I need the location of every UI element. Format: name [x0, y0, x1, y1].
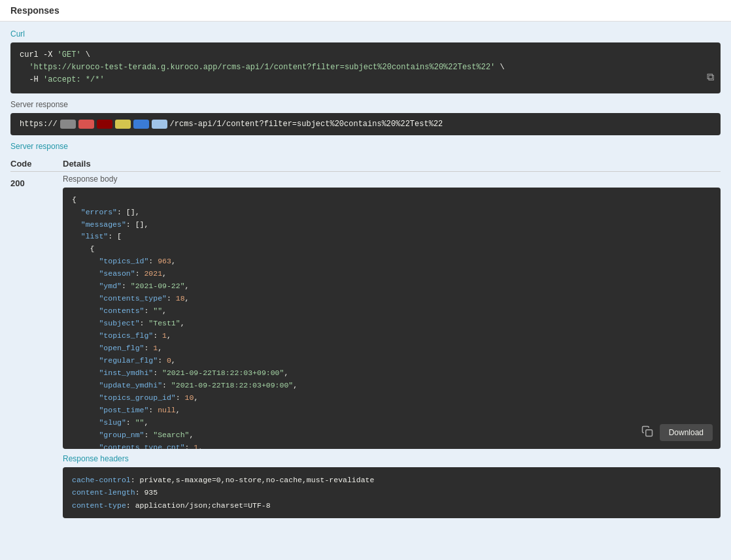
content-area: Curl curl -X 'GET' \ 'https://kuroco-tes…	[0, 22, 731, 526]
request-url-label: Server response	[10, 100, 721, 109]
response-code: 200	[10, 178, 25, 188]
body-actions: Download	[639, 424, 713, 441]
download-button[interactable]: Download	[660, 424, 713, 441]
curl-line1: curl -X 'GET' \	[20, 50, 90, 59]
svg-rect-0	[645, 429, 652, 436]
response-body-block[interactable]: { "errors": [], "messages": [], "list": …	[63, 188, 721, 449]
response-headers-block: cache-control: private,s-maxage=0,no-sto…	[63, 467, 721, 519]
url-pill-3	[97, 120, 112, 129]
response-headers-label: Response headers	[63, 454, 721, 463]
code-header: Code	[10, 159, 63, 169]
curl-line2: 'https://kuroco-test-terada.g.kuroco.app…	[20, 63, 505, 72]
url-pill-1	[60, 120, 76, 129]
response-details-cell: Response body { "errors": [], "messages"…	[63, 174, 721, 519]
url-https: https://	[20, 120, 58, 129]
response-code-cell: 200	[10, 174, 63, 188]
details-header: Details	[63, 159, 91, 169]
body-copy-button[interactable]	[639, 424, 656, 441]
cache-control-header: cache-control	[72, 476, 131, 484]
url-pill-5	[133, 120, 149, 129]
curl-copy-icon[interactable]: ⧉	[707, 70, 714, 87]
request-url-block: https:// /rcms-api/1/content?filter=subj…	[10, 113, 721, 135]
url-path: /rcms-api/1/content?filter=subject%20con…	[170, 120, 443, 129]
curl-line3: -H 'accept: */*'	[20, 75, 105, 84]
content-type-header: content-type	[72, 501, 126, 510]
json-open-brace: {	[72, 195, 76, 204]
page-wrapper: Responses Curl curl -X 'GET' \ 'https://…	[0, 0, 731, 560]
url-pill-4	[115, 120, 131, 129]
table-header: Code Details	[10, 156, 721, 172]
response-row: 200 Response body { "errors": [], "messa…	[10, 174, 721, 519]
responses-header: Responses	[0, 0, 731, 22]
url-pill-2	[78, 120, 94, 129]
content-length-header: content-length	[72, 488, 135, 497]
curl-block: curl -X 'GET' \ 'https://kuroco-test-ter…	[10, 42, 721, 93]
response-body-label: Response body	[63, 174, 721, 184]
server-response-label: Server response	[10, 142, 721, 151]
responses-title: Responses	[10, 5, 60, 16]
curl-label: Curl	[10, 29, 721, 39]
url-pill-6	[152, 120, 167, 129]
